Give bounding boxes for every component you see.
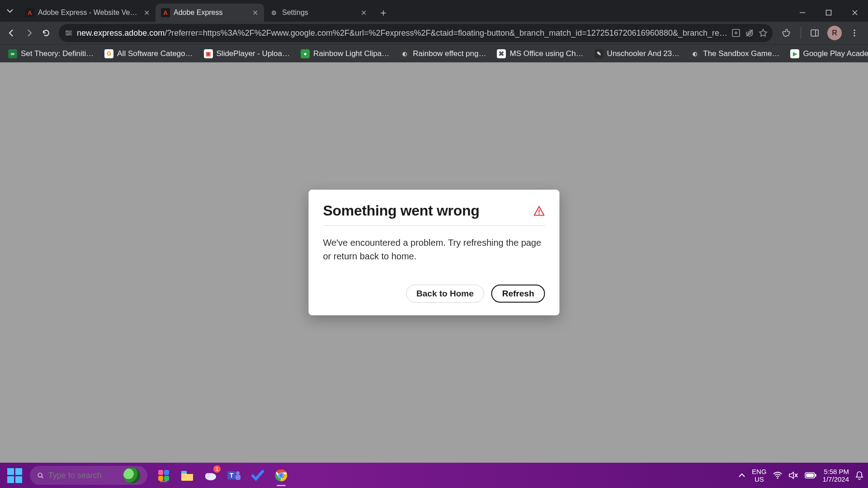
- svg-point-11: [38, 473, 42, 477]
- bookmark-item[interactable]: ✎Unschooler And 23…: [590, 47, 684, 60]
- bookmark-item[interactable]: ⌘MS Office using Ch…: [492, 47, 588, 60]
- profile-button[interactable]: R: [826, 24, 844, 42]
- bookmark-item[interactable]: ◐Rainbow effect png…: [396, 47, 491, 60]
- svg-point-9: [854, 35, 855, 36]
- copilot-icon: PRE: [157, 469, 170, 482]
- tray-notifications[interactable]: [855, 471, 863, 480]
- bookmark-label: Google Play Acade…: [803, 49, 868, 58]
- search-highlight-icon: [123, 468, 140, 483]
- taskbar-app-todo[interactable]: [250, 467, 266, 483]
- svg-rect-31: [806, 474, 814, 477]
- bookmark-label: Rainbow Light Clipa…: [313, 49, 389, 58]
- error-dialog: Something went wrong We've encountered a…: [309, 190, 560, 315]
- browser-tab[interactable]: ⚙Settings✕: [264, 4, 373, 22]
- new-tab-button[interactable]: ＋: [375, 5, 392, 21]
- taskbar-search-input[interactable]: [48, 471, 124, 480]
- site-settings-icon[interactable]: [64, 28, 73, 38]
- extensions-button[interactable]: [778, 24, 796, 42]
- bookmark-item[interactable]: ◐The Sandbox Game…: [686, 47, 784, 60]
- tab-title: Settings: [282, 9, 355, 17]
- bookmark-item[interactable]: ●Rainbow Light Clipa…: [296, 47, 394, 60]
- taskbar-app-chrome[interactable]: [273, 467, 289, 483]
- bookmark-favicon: ◐: [400, 49, 409, 58]
- dialog-body: We've encountered a problem. Try refresh…: [323, 226, 545, 263]
- arrow-left-icon: [7, 28, 16, 38]
- bookmark-label: Unschooler And 23…: [607, 49, 680, 58]
- wifi-icon: [773, 472, 782, 479]
- search-icon: [37, 471, 44, 480]
- bell-icon: [855, 471, 863, 480]
- tab-strip: AAdobe Express - Website Versio✕AAdobe E…: [20, 0, 373, 22]
- battery-icon: [805, 472, 816, 479]
- svg-text:T: T: [230, 472, 234, 479]
- avatar: R: [827, 26, 842, 40]
- sidepanel-button[interactable]: [806, 24, 824, 42]
- svg-point-2: [69, 32, 70, 33]
- windows-taskbar: PRE 1 T ENGUS 5:58 PM1/7/2024: [0, 463, 868, 488]
- toolbar-right: R: [778, 24, 863, 42]
- omnibox[interactable]: new.express.adobe.com/?referrer=https%3A…: [59, 24, 773, 42]
- start-button[interactable]: [5, 465, 24, 485]
- taskbar-app-weather[interactable]: 1: [203, 467, 219, 483]
- bookmark-favicon: ∞: [8, 49, 17, 58]
- tabs-dropdown-button[interactable]: [0, 0, 20, 22]
- page-viewport: Something went wrong We've encountered a…: [0, 62, 868, 463]
- browser-toolbar: new.express.adobe.com/?referrer=https%3A…: [0, 22, 868, 44]
- tray-language-line1: ENG: [752, 468, 767, 475]
- checkmark-icon: [251, 469, 264, 482]
- bookmark-favicon: ●: [301, 49, 310, 58]
- nav-forward-button[interactable]: [22, 24, 36, 42]
- tray-volume[interactable]: [788, 471, 798, 479]
- file-explorer-icon: [180, 469, 194, 482]
- bookmark-item[interactable]: ▶Google Play Acade…: [786, 47, 868, 60]
- tab-title: Adobe Express: [174, 9, 247, 17]
- bookmark-favicon: ▶: [790, 49, 799, 58]
- tray-wifi[interactable]: [773, 472, 782, 479]
- tray-overflow-button[interactable]: [738, 472, 745, 479]
- svg-rect-13: [164, 470, 169, 475]
- browser-titlebar: AAdobe Express - Website Versio✕AAdobe E…: [0, 0, 868, 22]
- bookmark-item[interactable]: GAll Software Catego…: [100, 47, 197, 60]
- bookmark-label: All Software Catego…: [117, 49, 193, 58]
- window-minimize-button[interactable]: [789, 4, 816, 22]
- taskbar-search[interactable]: [30, 466, 147, 485]
- toolbar-divider: [801, 27, 801, 39]
- avatar-initial: R: [832, 29, 837, 37]
- refresh-button[interactable]: Refresh: [491, 285, 545, 303]
- volume-muted-icon: [788, 471, 798, 479]
- tab-close-button[interactable]: ✕: [142, 8, 151, 17]
- bookmark-favicon: ✎: [594, 49, 604, 58]
- tray-language-line2: US: [752, 475, 767, 483]
- tray-battery[interactable]: [805, 472, 816, 479]
- arrow-right-icon: [24, 28, 33, 38]
- chrome-menu-button[interactable]: [845, 24, 863, 42]
- nav-reload-button[interactable]: [39, 24, 53, 42]
- taskbar-app-copilot[interactable]: PRE: [156, 467, 172, 483]
- tab-close-button[interactable]: ✕: [359, 8, 368, 17]
- reload-icon: [42, 28, 51, 38]
- back-to-home-button[interactable]: Back to Home: [406, 285, 484, 303]
- browser-tab[interactable]: AAdobe Express - Website Versio✕: [20, 4, 156, 22]
- bookmark-item[interactable]: ∞Set Theory: Definiti…: [4, 47, 98, 60]
- browser-tab[interactable]: AAdobe Express✕: [156, 4, 264, 22]
- window-maximize-button[interactable]: [816, 4, 842, 22]
- tab-close-button[interactable]: ✕: [250, 8, 259, 17]
- taskbar-app-explorer[interactable]: [179, 467, 195, 483]
- install-app-icon[interactable]: [731, 28, 741, 38]
- weather-badge: 1: [213, 465, 221, 473]
- taskbar-app-teams[interactable]: T: [226, 467, 242, 483]
- refresh-label: Refresh: [502, 289, 534, 299]
- bookmark-star-icon[interactable]: [758, 28, 768, 38]
- nav-back-button[interactable]: [5, 24, 19, 42]
- svg-point-22: [236, 471, 240, 475]
- bookmark-item[interactable]: ▣SlidePlayer - Uploa…: [199, 47, 295, 60]
- chevron-down-icon: [6, 7, 14, 14]
- bookmark-label: Set Theory: Definiti…: [21, 49, 94, 58]
- tray-clock[interactable]: 5:58 PM1/7/2024: [823, 468, 849, 483]
- window-close-button[interactable]: [842, 4, 868, 22]
- omnibox-host: new.express.adobe.com: [77, 28, 165, 38]
- cookies-blocked-icon[interactable]: [745, 28, 755, 38]
- back-to-home-label: Back to Home: [416, 289, 474, 299]
- tray-language[interactable]: ENGUS: [752, 468, 767, 483]
- svg-rect-6: [811, 30, 818, 36]
